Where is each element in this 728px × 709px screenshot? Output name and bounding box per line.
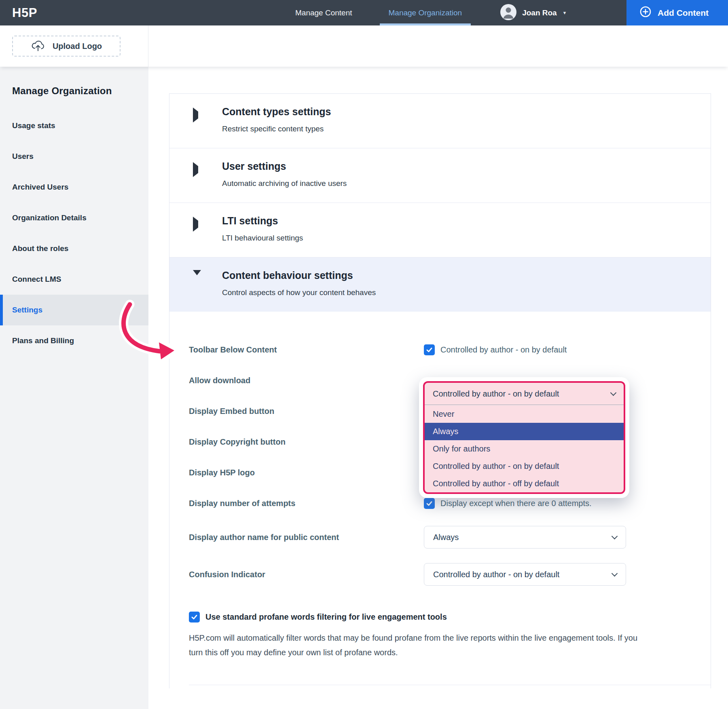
sidebar-item-about-the-roles[interactable]: About the roles [0,233,148,264]
row-allow-download: Allow download Controlled by author - on… [189,365,711,396]
field-label: Display author name for public content [189,533,424,542]
option-always[interactable]: Always [425,423,624,440]
section-title: Content types settings [222,106,331,118]
h5p-logo: H5P [0,0,148,25]
section-subtitle: Control aspects of how your content beha… [222,288,376,297]
allow-download-dropdown-popup: Controlled by author - on by default Nev… [419,377,629,498]
selected-value: Controlled by author - on by default [433,570,559,579]
cloud-upload-icon [31,39,45,54]
row-toolbar-below-content: Toolbar Below Content Controlled by auth… [189,334,711,365]
caret-right-icon [193,217,198,232]
profane-filter-checkbox[interactable] [189,612,200,622]
header-strip: Upload Logo [0,25,728,67]
field-label: Display H5P logo [189,468,424,477]
plus-circle-icon [639,6,652,20]
field-label: Display Embed button [189,407,424,416]
confusion-indicator-select[interactable]: Controlled by author - on by default [424,563,626,586]
section-title: User settings [222,160,347,172]
section-content-behaviour-settings[interactable]: Content behaviour settings Control aspec… [169,257,711,312]
content-behaviour-form: Toolbar Below Content Controlled by auth… [169,312,711,688]
upload-logo-button[interactable]: Upload Logo [12,36,121,57]
settings-accordion-card: Content types settings Restrict specific… [169,93,711,688]
field-label: Display Copyright button [189,437,424,447]
toolbar-checkbox-label: Controlled by author - on by default [440,345,567,354]
field-label: Display number of attempts [189,499,424,508]
row-confusion-indicator: Confusion Indicator Controlled by author… [189,556,711,593]
nav-links: Manage Content Manage Organization [277,0,480,25]
sidebar-title: Manage Organization [12,85,148,97]
avatar [500,4,516,22]
option-controlled-off-by-default[interactable]: Controlled by author - off by default [425,475,624,492]
sidebar-item-organization-details[interactable]: Organization Details [0,203,148,233]
chevron-down-icon [612,533,618,539]
check-icon [425,500,433,507]
field-label: Confusion Indicator [189,570,424,579]
caret-down-icon [193,270,201,282]
profane-words-block: Use standard profane words filtering for… [189,612,711,660]
nav-item-manage-organization[interactable]: Manage Organization [381,0,470,25]
sidebar-item-connect-lms[interactable]: Connect LMS [0,264,148,295]
header-left: Upload Logo [0,25,148,67]
card-bottom-divider [189,685,711,688]
section-subtitle: LTI behavioural settings [222,234,303,243]
allow-download-select[interactable]: Controlled by author - on by default [425,383,624,405]
section-content-types-settings[interactable]: Content types settings Restrict specific… [169,94,711,148]
field-label: Allow download [189,376,424,385]
check-icon [425,346,433,354]
section-user-settings[interactable]: User settings Automatic archiving of ina… [169,148,711,203]
main-content: Content types settings Restrict specific… [148,67,728,709]
section-title: LTI settings [222,215,303,227]
user-menu[interactable]: Joan Roa ▾ [496,0,570,25]
section-subtitle: Restrict specific content types [222,124,331,133]
check-icon [190,613,198,621]
sidebar-item-users[interactable]: Users [0,141,148,172]
add-content-label: Add Content [658,8,709,18]
field-label: Toolbar Below Content [189,345,424,354]
section-title: Content behaviour settings [222,270,376,281]
chevron-down-icon [612,570,618,576]
sidebar-item-plans-and-billing[interactable]: Plans and Billing [0,325,148,356]
caret-right-icon [193,162,198,177]
attempts-checkbox-label: Display except when there are 0 attempts… [440,499,592,508]
row-display-author-name: Display author name for public content A… [189,519,711,556]
sidebar: Manage Organization Usage stats Users Ar… [0,67,148,709]
user-name: Joan Roa [522,8,557,17]
option-only-for-authors[interactable]: Only for authors [425,440,624,458]
toolbar-checkbox[interactable] [424,344,435,355]
section-subtitle: Automatic archiving of inactive users [222,179,347,188]
nav-item-manage-content[interactable]: Manage Content [287,0,360,25]
sidebar-item-settings[interactable]: Settings [0,295,148,325]
sidebar-item-usage-stats[interactable]: Usage stats [0,110,148,141]
option-never[interactable]: Never [425,405,624,423]
selected-value: Controlled by author - on by default [433,389,559,399]
chevron-down-icon [610,389,617,396]
section-lti-settings[interactable]: LTI settings LTI behavioural settings [169,203,711,257]
option-controlled-on-by-default[interactable]: Controlled by author - on by default [425,458,624,475]
add-content-button[interactable]: Add Content [626,0,728,25]
caret-right-icon [193,108,198,122]
upload-logo-label: Upload Logo [53,42,102,51]
author-name-select[interactable]: Always [424,526,626,549]
profane-filter-label: Use standard profane words filtering for… [205,612,447,622]
attempts-checkbox[interactable] [424,498,435,509]
top-navbar: H5P Manage Content Manage Organization J… [0,0,728,25]
profane-filter-description: H5P.com will automatically filter words … [189,631,646,660]
selected-value: Always [433,533,459,542]
sidebar-item-archived-users[interactable]: Archived Users [0,172,148,203]
user-menu-caret-icon: ▾ [563,10,566,16]
